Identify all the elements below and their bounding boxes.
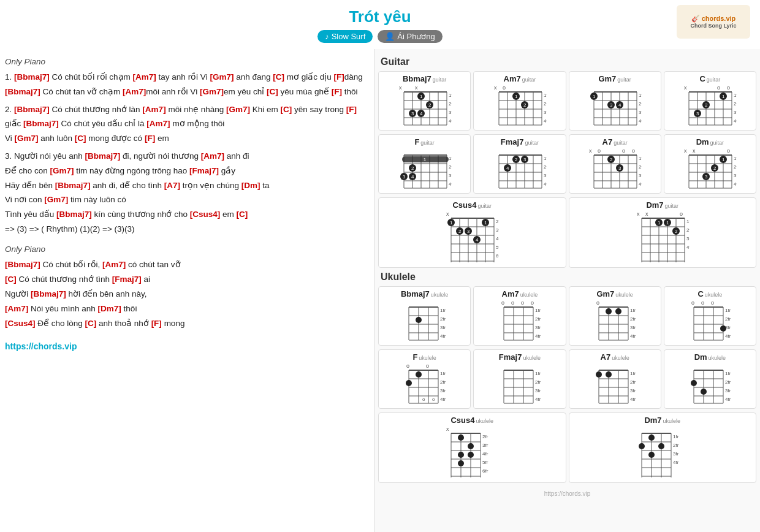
chord-dm7-ukulele: Dm7ukulele 1fr 2fr 3fr [569, 412, 757, 483]
svg-text:x: x [415, 85, 418, 91]
svg-text:3fr: 3fr [734, 110, 737, 115]
chord-bbmaj7-ukulele: Bbmaj7ukulele 1fr 2fr 3fr [378, 286, 471, 346]
svg-text:x: x [589, 148, 592, 154]
svg-text:3fr: 3fr [496, 227, 499, 233]
lyric-line-9: Tình yêu dấu [Bbmaj7] kín cùng thương nh… [5, 208, 368, 222]
svg-text:3fr: 3fr [673, 451, 679, 457]
svg-text:2fr: 2fr [535, 316, 541, 322]
chord-bbmaj7-guitar: Bbmaj7guitar x x [378, 71, 471, 131]
page-header: Trót yêu ♪ Slow Surf 👤 Ái Phương 🎸 chord… [0, 0, 760, 49]
svg-text:1fr: 1fr [544, 156, 547, 161]
svg-point-314 [416, 371, 422, 378]
svg-text:3fr: 3fr [725, 388, 731, 393]
svg-text:o: o [632, 148, 635, 154]
svg-text:1: 1 [722, 157, 725, 162]
section-only-piano-1: Only Piano [5, 55, 368, 69]
svg-text:x: x [446, 426, 449, 432]
svg-text:4: 4 [618, 102, 621, 108]
section-only-piano-2: Only Piano [5, 243, 368, 257]
svg-text:3: 3 [403, 174, 406, 180]
svg-text:1fr: 1fr [449, 93, 452, 98]
svg-text:3fr: 3fr [686, 236, 690, 241]
svg-text:o: o [691, 300, 694, 306]
svg-text:o: o [422, 397, 425, 402]
guitar-chord-grid-2: Fguitar 1fr 2fr [378, 134, 756, 194]
svg-point-378 [468, 443, 474, 449]
site-link: https://chords.vip [5, 340, 368, 354]
lyric-line-4: Vi [Gm7] anh luôn [C] mong được có [F] e… [5, 132, 368, 146]
svg-text:4fr: 4fr [725, 333, 731, 339]
svg-text:4fr: 4fr [725, 397, 731, 402]
svg-text:x: x [693, 148, 696, 154]
ukulele-section-header: Ukulele [381, 272, 756, 283]
svg-text:4: 4 [506, 165, 509, 171]
svg-text:1: 1 [423, 157, 426, 162]
svg-text:x: x [645, 211, 648, 217]
chord-csus4-ukulele: Csus4ukulele x 2fr 3fr [378, 412, 566, 483]
ukulele-chord-grid-1: Bbmaj7ukulele 1fr 2fr 3fr [378, 286, 756, 346]
site-logo: 🎸 chords.vip Chord Song Lyric [677, 5, 750, 39]
svg-text:1: 1 [420, 94, 423, 99]
svg-text:4: 4 [476, 237, 479, 243]
svg-text:2: 2 [610, 157, 613, 162]
svg-text:o: o [596, 300, 599, 306]
chord-am7-guitar: Am7guitar x o [473, 71, 566, 131]
lyric-line-14: [Am7] Nói yêu mình anh [Dm7] thôi [5, 302, 368, 316]
svg-text:o: o [717, 85, 720, 91]
svg-text:5fr: 5fr [482, 460, 488, 465]
lyric-line-11: [Bbmaj7] Có chút bối rồi, [Am7] có chút … [5, 258, 368, 272]
svg-text:4fr: 4fr [449, 118, 452, 124]
svg-text:4fr: 4fr [630, 397, 636, 402]
music-icon: ♪ [325, 32, 329, 41]
svg-text:o: o [531, 300, 534, 306]
svg-text:2fr: 2fr [440, 316, 446, 322]
svg-text:2fr: 2fr [630, 379, 636, 385]
svg-text:3fr: 3fr [639, 173, 642, 178]
svg-point-298 [720, 325, 726, 332]
svg-point-248 [416, 317, 422, 323]
lyric-line-13: Người [Bbmaj7] hời đến bên anh này, [5, 287, 368, 302]
chord-am7-ukulele: Am7ukulele o o o o [473, 286, 566, 346]
svg-text:4fr: 4fr [639, 181, 642, 187]
svg-point-379 [458, 452, 464, 458]
svg-text:x: x [399, 85, 402, 91]
svg-text:6fr: 6fr [496, 253, 499, 259]
svg-text:2fr: 2fr [673, 443, 679, 448]
svg-text:3: 3 [618, 165, 621, 171]
svg-text:o: o [598, 148, 601, 154]
chord-c-ukulele: Cukulele o o o 1fr [664, 286, 756, 346]
svg-text:x: x [446, 211, 449, 217]
svg-text:1fr: 1fr [725, 371, 731, 376]
chord-dm-guitar: Dmguitar x x o [664, 134, 756, 194]
svg-text:2: 2 [411, 165, 414, 171]
lyric-line-7: Hãy đến bên [Bbmaj7] anh đi, để cho tình… [5, 179, 368, 193]
svg-text:3: 3 [610, 102, 613, 108]
svg-text:1fr: 1fr [440, 371, 446, 376]
svg-text:2fr: 2fr [686, 227, 690, 233]
svg-text:o: o [701, 300, 704, 306]
svg-text:1: 1 [658, 220, 661, 226]
svg-point-281 [615, 308, 621, 314]
svg-text:1: 1 [450, 220, 453, 226]
svg-point-359 [691, 380, 697, 386]
svg-text:2fr: 2fr [449, 101, 452, 107]
chord-a7-guitar: A7guitar x o o o [569, 134, 661, 194]
svg-text:2: 2 [713, 165, 716, 171]
svg-text:2fr: 2fr [482, 434, 488, 439]
svg-text:4fr: 4fr [673, 460, 679, 465]
chord-fmaj7-ukulele: Fmaj7ukulele 1fr 2fr 3fr [473, 349, 566, 409]
svg-text:4fr: 4fr [440, 333, 446, 339]
lyric-line-12: [C] Có chút thương nhớ tình [Fmaj7] ai [5, 273, 368, 287]
chord-c-guitar: Cguitar x o o [664, 71, 756, 131]
lyric-line-5: 3. Người nói yêu anh [Bbmaj7] đi, người … [5, 150, 368, 164]
svg-text:o: o [680, 211, 683, 217]
svg-text:1: 1 [722, 94, 725, 99]
svg-point-398 [658, 443, 664, 449]
chord-gm7-ukulele: Gm7ukulele o 1fr 2fr 3fr [569, 286, 661, 346]
svg-text:4fr: 4fr [535, 397, 541, 402]
svg-text:1: 1 [593, 94, 596, 99]
svg-text:3fr: 3fr [449, 110, 452, 115]
svg-text:2fr: 2fr [639, 164, 642, 170]
svg-text:4fr: 4fr [639, 118, 642, 124]
svg-text:3fr: 3fr [482, 443, 488, 448]
